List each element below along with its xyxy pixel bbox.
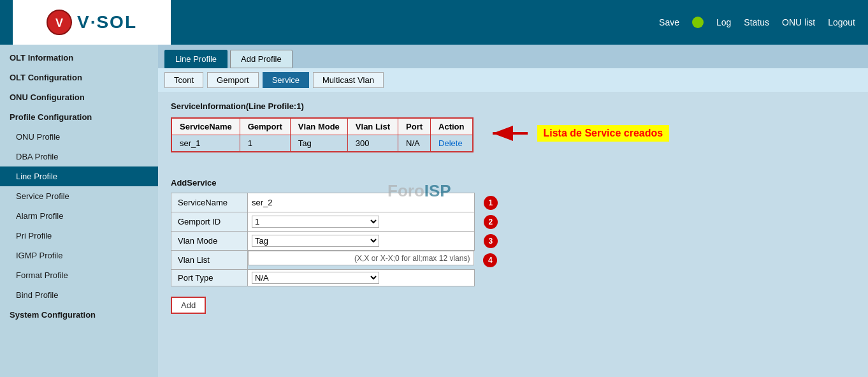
add-service-form: ServiceName 1 Gemport ID 1 — [171, 193, 503, 286]
add-service-title: AddService — [171, 178, 855, 188]
delete-link[interactable]: Delete — [438, 138, 463, 148]
sub-tab-multicast-vlan[interactable]: Multicast Vlan — [313, 72, 384, 88]
sidebar-item-system-config[interactable]: System Configuration — [0, 305, 158, 325]
label-gemport-id: Gemport ID — [171, 212, 248, 232]
status-dot — [692, 17, 704, 28]
input-cell-vlan-mode[interactable]: Tag Transparent Translation — [248, 232, 475, 251]
label-service-name: ServiceName — [171, 193, 248, 212]
header-right: Save Log Status ONU list Logout — [659, 17, 855, 28]
label-port-type: Port Type — [171, 270, 248, 286]
content-area: Line Profile Add Profile Tcont Gemport S… — [158, 45, 868, 377]
annotation-label: Lista de Service creados — [537, 125, 670, 142]
sub-tab-tcont[interactable]: Tcont — [164, 72, 203, 88]
cell-port: N/A — [398, 135, 431, 152]
sub-tab-gemport[interactable]: Gemport — [207, 72, 259, 88]
cell-gemport: 1 — [240, 135, 290, 152]
vlan-list-hint: (X,X or X-X;0 for all;max 12 vlans) — [351, 254, 470, 263]
vlan-mode-select[interactable]: Tag Transparent Translation — [252, 235, 379, 247]
badge-cell-4: 4 — [474, 251, 503, 270]
col-header-port: Port — [398, 118, 431, 135]
sidebar-item-igmp-profile[interactable]: IGMP Profile — [0, 246, 158, 265]
inner-content: ServiceInformation(Line Profile:1) Servi… — [158, 92, 868, 323]
logo-area: V V·SOL — [13, 0, 171, 45]
sidebar-item-olt-info[interactable]: OLT Information — [0, 48, 158, 68]
tab-add-profile[interactable]: Add Profile — [230, 50, 293, 68]
input-cell-gemport-id[interactable]: 1 2 3 4 — [248, 212, 475, 232]
tab-line-profile[interactable]: Line Profile — [164, 50, 228, 68]
log-link[interactable]: Log — [716, 17, 731, 27]
svg-text:V: V — [55, 17, 63, 29]
top-tab-bar: Line Profile Add Profile — [158, 45, 868, 68]
main-layout: OLT Information OLT Configuration ONU Co… — [0, 45, 868, 377]
add-btn-wrapper: Add — [171, 292, 855, 314]
gemport-id-select[interactable]: 1 2 3 4 — [252, 216, 379, 228]
table-row: ser_1 1 Tag 300 N/A Delete — [171, 135, 473, 152]
sidebar-item-format-profile[interactable]: Format Profile — [0, 265, 158, 285]
badge-4: 4 — [483, 253, 497, 267]
input-cell-vlan-list[interactable]: (X,X or X-X;0 for all;max 12 vlans) — [248, 251, 474, 265]
sidebar-item-service-profile[interactable]: Service Profile — [0, 186, 158, 206]
service-table: ServiceName Gemport Vlan Mode Vlan List … — [171, 117, 474, 152]
badge-cell-3: 3 — [474, 232, 503, 251]
sidebar-item-alarm-profile[interactable]: Alarm Profile — [0, 206, 158, 226]
red-arrow-icon — [486, 124, 531, 143]
vsol-logo-icon: V — [47, 10, 72, 35]
cell-vlan-mode: Tag — [290, 135, 347, 152]
badge-2: 2 — [484, 215, 498, 229]
sidebar: OLT Information OLT Configuration ONU Co… — [0, 45, 158, 377]
form-row-vlan-mode: Vlan Mode Tag Transparent Translation 3 — [171, 232, 503, 251]
status-link[interactable]: Status — [744, 17, 769, 27]
vlan-list-input[interactable] — [252, 253, 348, 263]
col-header-gemport: Gemport — [240, 118, 290, 135]
service-name-input[interactable] — [252, 198, 379, 207]
col-header-action: Action — [431, 118, 473, 135]
label-vlan-list: Vlan List — [171, 251, 248, 270]
col-header-vlan-list: Vlan List — [347, 118, 398, 135]
sidebar-item-olt-config[interactable]: OLT Configuration — [0, 68, 158, 87]
add-button[interactable]: Add — [171, 297, 206, 314]
sidebar-item-onu-config[interactable]: ONU Configuration — [0, 87, 158, 107]
cell-action[interactable]: Delete — [431, 135, 473, 152]
form-row-vlan-list: Vlan List (X,X or X-X;0 for all;max 12 v… — [171, 251, 503, 270]
save-button[interactable]: Save — [659, 17, 679, 27]
logo-text: V·SOL — [77, 12, 137, 33]
sub-tab-service[interactable]: Service — [263, 72, 309, 88]
label-vlan-mode: Vlan Mode — [171, 232, 248, 251]
form-row-port-type: Port Type N/A ETH POTS CATV — [171, 270, 503, 286]
port-type-select[interactable]: N/A ETH POTS CATV — [252, 272, 379, 284]
cell-vlan-list: 300 — [347, 135, 398, 152]
badge-cell-1: 1 — [474, 193, 503, 212]
sidebar-item-pri-profile[interactable]: Pri Profile — [0, 226, 158, 246]
badge-3: 3 — [484, 234, 498, 248]
sidebar-item-line-profile[interactable]: Line Profile — [0, 166, 158, 186]
header: V V·SOL Save Log Status ONU list Logout — [0, 0, 868, 45]
sidebar-item-onu-profile[interactable]: ONU Profile — [0, 127, 158, 147]
col-header-service-name: ServiceName — [171, 118, 240, 135]
sidebar-item-dba-profile[interactable]: DBA Profile — [0, 147, 158, 166]
sidebar-item-bind-profile[interactable]: Bind Profile — [0, 285, 158, 305]
logout-link[interactable]: Logout — [828, 17, 855, 27]
annotation-wrapper: Lista de Service creados — [486, 124, 670, 143]
form-row-service-name: ServiceName 1 — [171, 193, 503, 212]
col-header-vlan-mode: Vlan Mode — [290, 118, 347, 135]
input-cell-port-type[interactable]: N/A ETH POTS CATV — [248, 270, 475, 286]
form-row-gemport-id: Gemport ID 1 2 3 4 2 — [171, 212, 503, 232]
badge-cell-2: 2 — [474, 212, 503, 232]
input-cell-service-name[interactable] — [248, 193, 475, 212]
badge-1: 1 — [484, 196, 498, 210]
badge-cell-port — [474, 270, 503, 286]
cell-service-name: ser_1 — [171, 135, 240, 152]
onu-list-link[interactable]: ONU list — [782, 17, 815, 27]
service-info-title: ServiceInformation(Line Profile:1) — [171, 101, 855, 111]
sidebar-item-profile-config[interactable]: Profile Configuration — [0, 107, 158, 127]
table-wrapper: ServiceName Gemport Vlan Mode Vlan List … — [171, 117, 855, 165]
sub-tab-bar: Tcont Gemport Service Multicast Vlan — [158, 68, 868, 92]
